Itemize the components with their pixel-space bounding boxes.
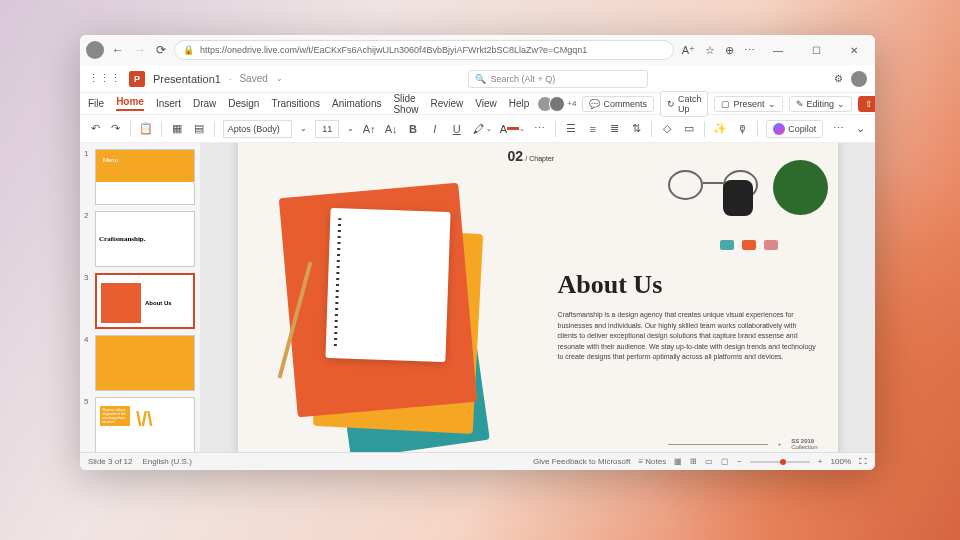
more-commands-icon[interactable]: ⋯ — [831, 122, 845, 136]
dictate-icon[interactable]: 🎙 — [735, 122, 749, 136]
feedback-link[interactable]: Give Feedback to Microsoft — [533, 457, 630, 466]
reading-view-icon[interactable]: ▭ — [705, 457, 713, 466]
close-button[interactable]: ✕ — [839, 45, 869, 56]
zoom-in-icon[interactable]: + — [818, 457, 823, 466]
zoom-thumb[interactable] — [780, 459, 786, 465]
saved-caret: · — [229, 74, 232, 84]
slide-title[interactable]: About Us — [558, 270, 663, 300]
profile-avatar[interactable] — [86, 41, 104, 59]
separator — [130, 121, 131, 137]
slide-thumbnail-4[interactable] — [95, 335, 195, 391]
italic-button[interactable]: I — [428, 122, 442, 136]
zoom-slider[interactable] — [750, 461, 810, 463]
font-name-select[interactable]: Aptos (Body) — [223, 120, 293, 138]
tab-view[interactable]: View — [475, 98, 497, 109]
tab-home[interactable]: Home — [116, 96, 144, 111]
highlight-color[interactable]: 🖍⌄ — [472, 122, 492, 136]
share-button[interactable]: ⇧Share⌄ — [858, 96, 875, 112]
increase-font-icon[interactable]: A↑ — [362, 122, 376, 136]
designer-icon[interactable]: ✨ — [713, 122, 727, 136]
forward-icon[interactable]: → — [134, 43, 146, 57]
font-size-select[interactable]: 11 — [315, 120, 339, 138]
chevron-down-icon[interactable]: ⌄ — [300, 124, 307, 133]
chevron-down-icon[interactable]: ⌄ — [276, 74, 283, 83]
sorter-view-icon[interactable]: ⊞ — [690, 457, 697, 466]
read-aloud-icon[interactable]: A⁺ — [682, 44, 695, 57]
browser-window: ← → ⟳ 🔒 https://onedrive.live.com/w/t/Ea… — [80, 35, 875, 470]
present-button[interactable]: ▢Present⌄ — [714, 96, 782, 112]
font-color[interactable]: A⌄ — [500, 123, 525, 135]
document-title[interactable]: Presentation1 — [153, 73, 221, 85]
tab-insert[interactable]: Insert — [156, 98, 181, 109]
tab-review[interactable]: Review — [430, 98, 463, 109]
new-slide-icon[interactable]: ▦ — [170, 122, 184, 136]
color-swatch — [507, 127, 519, 130]
tab-design[interactable]: Design — [228, 98, 259, 109]
numbering-icon[interactable]: ≡ — [586, 122, 600, 136]
tab-draw[interactable]: Draw — [193, 98, 216, 109]
slide-thumbnail-5[interactable]: "A person without imagination is like a … — [95, 397, 195, 452]
undo-icon[interactable]: ↶ — [88, 122, 102, 136]
thumb-number: 3 — [84, 273, 92, 282]
zoom-level[interactable]: 100% — [831, 457, 851, 466]
plant-image — [773, 160, 828, 215]
decrease-font-icon[interactable]: A↓ — [384, 122, 398, 136]
editing-mode-button[interactable]: ✎Editing⌄ — [789, 96, 853, 112]
separator — [704, 121, 705, 137]
more-font-icon[interactable]: ⋯ — [533, 122, 547, 136]
save-status[interactable]: Saved — [239, 73, 267, 84]
collaborator-avatars[interactable]: +4 — [541, 96, 576, 112]
tab-slide-show[interactable]: Slide Show — [393, 93, 418, 115]
tab-animations[interactable]: Animations — [332, 98, 381, 109]
slideshow-view-icon[interactable]: ▢ — [721, 457, 729, 466]
normal-view-icon[interactable]: ▦ — [674, 457, 682, 466]
layout-icon[interactable]: ▤ — [192, 122, 206, 136]
refresh-icon[interactable]: ⟳ — [156, 43, 166, 57]
address-bar[interactable]: 🔒 https://onedrive.live.com/w/t/EaCKxFs6… — [174, 40, 674, 60]
slide-content[interactable]: 02 / Chapter About Us Craftsmanship is a… — [238, 143, 838, 452]
slide-canvas[interactable]: 02 / Chapter About Us Craftsmanship is a… — [200, 143, 875, 452]
binder-clips — [720, 240, 778, 250]
chevron-down-icon[interactable]: ⌄ — [347, 124, 354, 133]
back-icon[interactable]: ← — [112, 43, 124, 57]
underline-button[interactable]: U — [450, 122, 464, 136]
catch-up-button[interactable]: ↻Catch Up — [660, 91, 709, 117]
line-spacing-icon[interactable]: ⇅ — [630, 122, 644, 136]
workspace: 1Menu 2Craftsmanship. 3About Us 4 5"A pe… — [80, 143, 875, 452]
app-header: ⋮⋮⋮ P Presentation1 · Saved ⌄ 🔍 Search (… — [80, 65, 875, 93]
redo-icon[interactable]: ↷ — [108, 122, 122, 136]
thumb-number: 4 — [84, 335, 92, 344]
settings-icon[interactable]: ⚙ — [834, 73, 843, 84]
slide-thumbnail-2[interactable]: Craftsmanship. — [95, 211, 195, 267]
tab-file[interactable]: File — [88, 98, 104, 109]
language-status[interactable]: English (U.S.) — [142, 457, 191, 466]
collections-icon[interactable]: ⊕ — [725, 44, 734, 57]
comments-button[interactable]: 💬Comments — [582, 96, 654, 112]
bullets-icon[interactable]: ☰ — [564, 122, 578, 136]
account-icon[interactable] — [851, 71, 867, 87]
app-launcher-icon[interactable]: ⋮⋮⋮ — [88, 72, 121, 85]
slide-counter[interactable]: Slide 3 of 12 — [88, 457, 132, 466]
search-input[interactable]: 🔍 Search (Alt + Q) — [468, 70, 648, 88]
maximize-button[interactable]: ☐ — [801, 45, 831, 56]
paste-icon[interactable]: 📋 — [139, 122, 153, 136]
shapes-icon[interactable]: ◇ — [660, 122, 674, 136]
bold-button[interactable]: B — [406, 122, 420, 136]
slide-thumbnail-3[interactable]: About Us — [95, 273, 195, 329]
separator — [214, 121, 215, 137]
tab-transitions[interactable]: Transitions — [271, 98, 320, 109]
fit-to-window-icon[interactable]: ⛶ — [859, 457, 867, 466]
zoom-out-icon[interactable]: − — [737, 457, 742, 466]
slide-body-text[interactable]: Craftsmanship is a design agency that cr… — [558, 310, 818, 363]
slide-thumbnail-1[interactable]: Menu — [95, 149, 195, 205]
favorite-icon[interactable]: ☆ — [705, 44, 715, 57]
present-icon: ▢ — [721, 99, 730, 109]
copilot-button[interactable]: Copilot — [766, 120, 823, 138]
extensions-icon[interactable]: ⋯ — [744, 44, 755, 57]
notes-button[interactable]: ≡ Notes — [638, 457, 666, 466]
arrange-icon[interactable]: ▭ — [682, 122, 696, 136]
align-icon[interactable]: ≣ — [608, 122, 622, 136]
collapse-ribbon-icon[interactable]: ⌄ — [853, 122, 867, 136]
tab-help[interactable]: Help — [509, 98, 530, 109]
minimize-button[interactable]: — — [763, 45, 793, 56]
